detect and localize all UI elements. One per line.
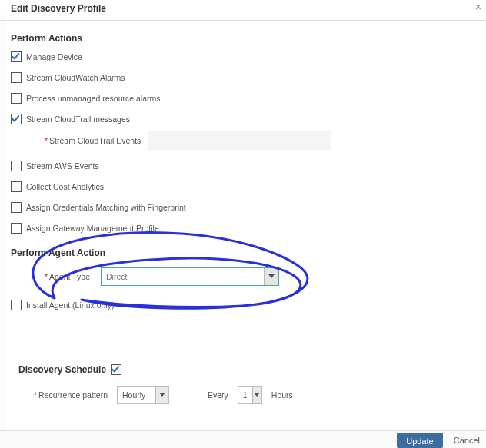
agent-type-value: Direct <box>102 268 264 285</box>
action-stream-aws-events[interactable]: Stream AWS Events <box>11 161 475 171</box>
action-label: Stream CloudWatch Alarms <box>26 73 125 82</box>
checkbox-icon[interactable] <box>11 202 22 213</box>
action-label: Assign Gateway Management Profile <box>26 224 159 233</box>
every-unit: Hours <box>271 390 293 400</box>
action-cost-analytics[interactable]: Collect Cost Analytics <box>11 181 475 192</box>
action-assign-gateway-profile[interactable]: Assign Gateway Management Profile <box>11 223 475 234</box>
checkbox-icon[interactable] <box>11 300 22 310</box>
checkbox-icon[interactable] <box>11 51 22 62</box>
section-schedule-title: Discovery Schedule <box>18 364 106 375</box>
checkbox-icon[interactable] <box>11 72 22 83</box>
action-stream-cw-alarms[interactable]: Stream CloudWatch Alarms <box>11 72 475 83</box>
action-label: Manage Device <box>26 52 82 61</box>
cloudtrail-events-input[interactable] <box>148 131 331 150</box>
action-label: Collect Cost Analytics <box>26 182 104 191</box>
install-agent-label: Install Agent (Linux only) <box>26 300 114 310</box>
cancel-button[interactable]: Cancel <box>454 433 480 445</box>
every-value: 1 <box>238 387 252 403</box>
action-stream-cloudtrail[interactable]: Stream CloudTrail messages <box>11 114 475 124</box>
dialog-title: Edit Discovery Profile <box>11 3 106 14</box>
every-label: Every <box>208 390 228 400</box>
chevron-down-icon[interactable] <box>155 387 168 403</box>
action-label: Process unmanaged resource alarms <box>26 94 161 103</box>
close-icon[interactable]: × <box>475 2 481 12</box>
action-label: Assign Credentials Matching with Fingerp… <box>26 203 186 212</box>
every-select[interactable]: 1 <box>238 386 262 404</box>
action-label: Stream AWS Events <box>26 161 99 171</box>
chevron-down-icon[interactable] <box>264 268 278 285</box>
recurrence-value: Hourly <box>118 387 155 403</box>
recurrence-select[interactable]: Hourly <box>117 386 169 404</box>
checkbox-icon[interactable] <box>11 114 22 124</box>
cloudtrail-events-label: *Stream CloudTrail Events <box>45 136 141 145</box>
action-unmanaged-alarms[interactable]: Process unmanaged resource alarms <box>11 93 475 104</box>
section-actions-title: Perform Actions <box>11 33 475 44</box>
action-manage-device[interactable]: Manage Device <box>11 51 475 62</box>
action-assign-credentials[interactable]: Assign Credentials Matching with Fingerp… <box>11 202 475 213</box>
update-button[interactable]: Update <box>397 433 442 448</box>
schedule-enabled-checkbox[interactable] <box>111 364 122 375</box>
section-agent-title: Perform Agent Action <box>11 247 475 258</box>
checkbox-icon[interactable] <box>11 161 22 171</box>
chevron-down-icon[interactable] <box>252 387 261 403</box>
recurrence-label: *Recurrence pattern <box>34 390 108 400</box>
install-agent-row[interactable]: Install Agent (Linux only) <box>11 300 475 310</box>
checkbox-icon[interactable] <box>11 93 22 104</box>
checkbox-icon[interactable] <box>11 181 22 192</box>
checkbox-icon[interactable] <box>11 223 22 234</box>
action-label: Stream CloudTrail messages <box>26 114 130 124</box>
agent-type-label: *Agent Type <box>45 272 90 281</box>
agent-type-select[interactable]: Direct <box>101 267 279 286</box>
cloudtrail-events-field: *Stream CloudTrail Events <box>45 131 475 150</box>
